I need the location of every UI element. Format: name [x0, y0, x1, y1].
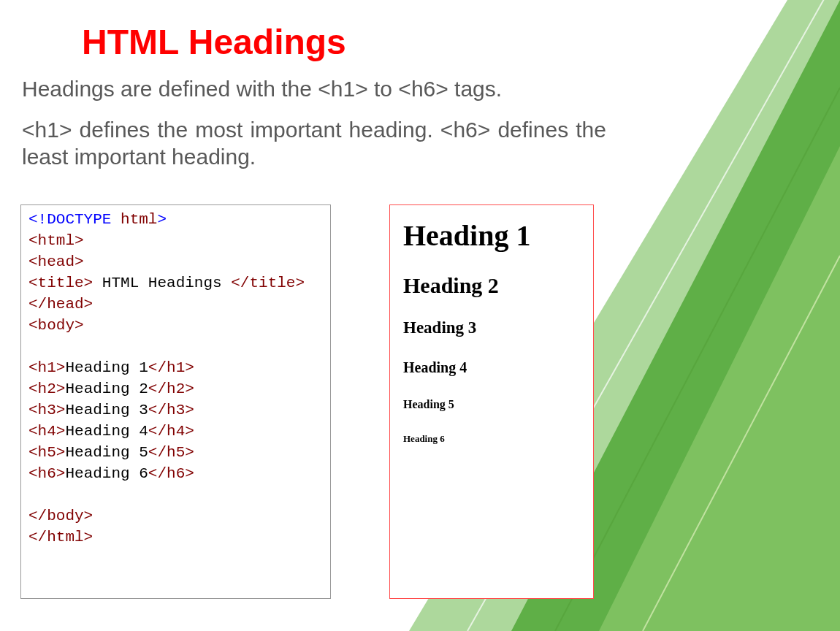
- code-token: </h2>: [148, 380, 194, 397]
- code-token: Heading 6: [65, 465, 148, 482]
- code-token: >: [157, 211, 167, 228]
- code-example-box: <!DOCTYPE html> <html> <head> <title> HT…: [20, 204, 331, 599]
- output-heading-5: Heading 5: [403, 398, 580, 411]
- code-token: </head>: [28, 296, 93, 313]
- code-token: <h6>: [28, 465, 65, 482]
- code-token: </html>: [28, 529, 93, 546]
- output-preview-box: Heading 1 Heading 2 Heading 3 Heading 4 …: [389, 204, 594, 599]
- code-token: HTML Headings: [93, 275, 231, 291]
- output-heading-2: Heading 2: [403, 273, 580, 298]
- code-token: Heading 3: [65, 402, 148, 418]
- code-token: Heading 4: [65, 423, 148, 440]
- code-token: <h4>: [28, 423, 65, 440]
- code-token: </h1>: [148, 359, 194, 376]
- code-token: <html>: [28, 232, 84, 249]
- code-token: </body>: [28, 508, 93, 524]
- code-token: </h6>: [148, 465, 194, 482]
- code-token: <head>: [28, 253, 84, 270]
- code-token: <!DOCTYPE: [28, 211, 111, 228]
- output-heading-3: Heading 3: [403, 318, 580, 337]
- code-token: <h2>: [28, 380, 65, 397]
- code-token: <h5>: [28, 444, 65, 461]
- code-token: html: [111, 211, 157, 228]
- code-token: </h5>: [148, 444, 194, 461]
- code-token: Heading 2: [65, 380, 148, 397]
- output-heading-6: Heading 6: [403, 433, 580, 445]
- output-heading-4: Heading 4: [403, 359, 580, 376]
- output-heading-1: Heading 1: [403, 218, 580, 253]
- code-token: <title>: [28, 275, 93, 291]
- code-token: Heading 1: [65, 359, 148, 376]
- svg-marker-2: [599, 146, 840, 631]
- description-line-1: Headings are defined with the <h1> to <h…: [22, 75, 818, 103]
- description-line-2: <h1> defines the most important heading.…: [22, 116, 606, 171]
- code-token: </h3>: [148, 402, 194, 418]
- slide-title: HTML Headings: [82, 22, 818, 62]
- code-token: </title>: [231, 275, 305, 291]
- code-token: <body>: [28, 317, 84, 334]
- code-token: </h4>: [148, 423, 194, 440]
- svg-line-5: [643, 256, 840, 631]
- code-token: <h1>: [28, 359, 65, 376]
- code-token: <h3>: [28, 402, 65, 418]
- code-token: Heading 5: [65, 444, 148, 461]
